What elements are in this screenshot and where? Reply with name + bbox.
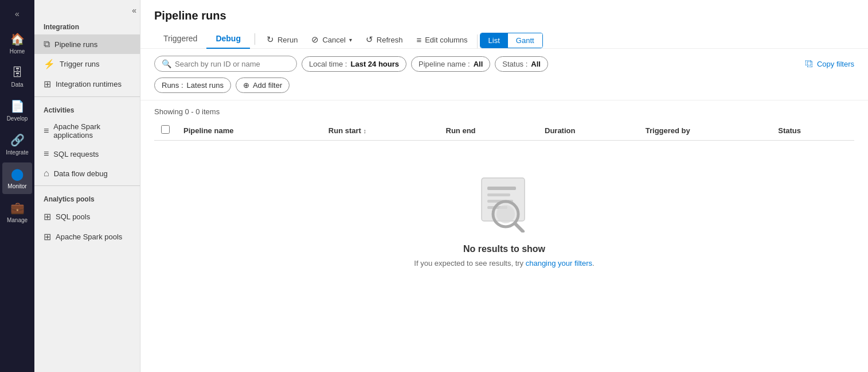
- sidebar-item-apache-spark-pools[interactable]: ⊞ Apache Spark pools: [34, 227, 140, 247]
- nav-monitor-label: Monitor: [7, 183, 26, 189]
- triggered-by-header: Triggered by: [639, 121, 772, 141]
- filters-area: 🔍 Local time : Last 24 hours Pipeline na…: [140, 49, 868, 100]
- cancel-icon: ⊘: [311, 34, 319, 45]
- home-icon: 🏠: [10, 32, 25, 46]
- develop-icon: 📄: [10, 99, 25, 113]
- nav-home-label: Home: [10, 48, 25, 55]
- page-title: Pipeline runs: [154, 9, 854, 22]
- change-filters-link[interactable]: changing your filters: [526, 259, 592, 268]
- integration-section-header: Integration: [34, 16, 140, 34]
- search-wrapper[interactable]: 🔍: [154, 56, 297, 72]
- integration-runtimes-icon: ⊞: [44, 79, 51, 90]
- sidebar-item-integrate[interactable]: 🔗 Integrate: [2, 129, 32, 160]
- sidebar-item-develop[interactable]: 📄 Develop: [2, 95, 32, 126]
- copy-filters-icon: ⿻: [806, 59, 814, 68]
- table-header-row: Pipeline name Run start ↕ Run end Durati…: [154, 121, 854, 141]
- sidebar-item-pipeline-runs[interactable]: ⧉ Pipeline runs: [34, 34, 140, 54]
- status-filter-pill[interactable]: Status : All: [495, 56, 548, 72]
- cancel-button[interactable]: ⊘ Cancel ▾: [304, 31, 358, 48]
- search-input[interactable]: [175, 60, 290, 68]
- sidebar-divider-2: [34, 185, 140, 186]
- pipeline-name-header: Pipeline name: [177, 121, 322, 141]
- sort-icon: ↕: [363, 127, 367, 134]
- runs-filter-pill[interactable]: Runs : Latest runs: [154, 78, 231, 93]
- time-filter-pill[interactable]: Local time : Last 24 hours: [302, 56, 406, 72]
- rerun-icon: ↻: [267, 34, 274, 45]
- sidebar-divider-1: [34, 96, 140, 97]
- showing-items-text: Showing 0 - 0 items: [154, 100, 854, 121]
- sidebar-item-sql-requests[interactable]: ≡ SQL requests: [34, 144, 140, 164]
- refresh-button[interactable]: ↺ Refresh: [359, 31, 410, 48]
- pipeline-filter-prefix: Pipeline name :: [419, 60, 470, 68]
- table-area: Showing 0 - 0 items Pipeline name Run st…: [140, 100, 868, 372]
- copy-filters-label: Copy filters: [817, 60, 854, 68]
- gantt-view-button[interactable]: Gantt: [508, 33, 542, 48]
- tab-debug[interactable]: Debug: [206, 29, 250, 49]
- tab-divider: [255, 33, 255, 45]
- time-filter-value: Last 24 hours: [350, 60, 399, 68]
- nav-manage-label: Manage: [7, 217, 28, 223]
- spark-pools-icon: ⊞: [44, 231, 51, 242]
- sidebar-item-trigger-runs[interactable]: ⚡ Trigger runs: [34, 54, 140, 74]
- copy-filters-button[interactable]: ⿻ Copy filters: [806, 59, 854, 68]
- sidebar-item-monitor[interactable]: ⬤ Monitor: [2, 162, 32, 194]
- list-view-button[interactable]: List: [480, 33, 508, 48]
- secondary-sidebar: « Integration ⧉ Pipeline runs ⚡ Trigger …: [34, 0, 140, 372]
- sql-requests-label: SQL requests: [53, 150, 99, 158]
- refresh-icon: ↺: [366, 34, 373, 45]
- sidebar-item-data[interactable]: 🗄 Data: [2, 61, 32, 92]
- svg-point-6: [496, 205, 515, 223]
- select-all-column[interactable]: [154, 121, 177, 141]
- sidebar-item-home[interactable]: 🏠 Home: [2, 28, 32, 59]
- integrate-icon: 🔗: [10, 133, 25, 147]
- collapse-icon-nav[interactable]: «: [0, 6, 34, 25]
- sidebar-item-data-flow-debug[interactable]: ⌂ Data flow debug: [34, 164, 140, 183]
- sidebar-item-sql-pools[interactable]: ⊞ SQL pools: [34, 207, 140, 227]
- runs-filter-prefix: Runs :: [162, 81, 183, 90]
- svg-rect-2: [487, 193, 510, 196]
- pipeline-filter-pill[interactable]: Pipeline name : All: [411, 56, 490, 72]
- edit-columns-icon: ≡: [416, 35, 421, 45]
- svg-line-7: [515, 223, 523, 231]
- search-icon: 🔍: [162, 59, 171, 68]
- trigger-runs-icon: ⚡: [44, 59, 55, 69]
- run-start-header[interactable]: Run start ↕: [322, 121, 439, 141]
- cancel-dropdown-icon[interactable]: ▾: [349, 37, 352, 43]
- tab-triggered[interactable]: Triggered: [154, 29, 206, 49]
- select-all-checkbox[interactable]: [161, 125, 170, 134]
- integration-runtimes-label: Integration runtimes: [56, 80, 122, 88]
- add-filter-button[interactable]: ⊕ Add filter: [236, 78, 290, 93]
- rerun-button[interactable]: ↻ Rerun: [260, 31, 304, 48]
- monitor-icon: ⬤: [11, 167, 24, 181]
- data-flow-debug-label: Data flow debug: [54, 169, 108, 178]
- pipeline-filter-value: All: [474, 60, 483, 68]
- edit-columns-label: Edit columns: [425, 36, 467, 44]
- empty-illustration: [470, 175, 539, 232]
- sidebar-item-manage[interactable]: 💼 Manage: [2, 196, 32, 228]
- sql-pools-label: SQL pools: [56, 212, 90, 221]
- empty-state: No results to show If you expected to se…: [154, 141, 854, 302]
- filters-row-2: Runs : Latest runs ⊕ Add filter: [154, 78, 854, 93]
- trigger-runs-label: Trigger runs: [60, 60, 100, 68]
- sidebar-item-apache-spark-applications[interactable]: ≡ Apache Spark applications: [34, 118, 140, 144]
- spark-pools-label: Apache Spark pools: [56, 232, 122, 241]
- main-content: Pipeline runs Triggered Debug ↻ Rerun ⊘ …: [140, 0, 868, 372]
- data-flow-debug-icon: ⌂: [44, 168, 49, 179]
- sql-requests-icon: ≡: [44, 149, 49, 159]
- data-icon: 🗄: [11, 66, 23, 79]
- nav-develop-label: Develop: [7, 115, 28, 122]
- time-filter-prefix: Local time :: [309, 60, 347, 68]
- rerun-label: Rerun: [277, 36, 298, 44]
- sidebar-item-integration-runtimes[interactable]: ⊞ Integration runtimes: [34, 74, 140, 94]
- svg-rect-1: [487, 187, 516, 190]
- edit-columns-button[interactable]: ≡ Edit columns: [409, 32, 474, 48]
- status-filter-value: All: [531, 60, 541, 68]
- empty-title: No results to show: [463, 244, 545, 254]
- collapse-secondary-sidebar-btn[interactable]: «: [132, 6, 136, 15]
- pipeline-runs-label: Pipeline runs: [54, 40, 97, 49]
- status-filter-prefix: Status :: [502, 60, 527, 68]
- cancel-label: Cancel: [322, 36, 345, 44]
- status-header: Status: [771, 121, 854, 141]
- view-toggle: List Gantt: [480, 33, 543, 48]
- analytics-pools-section-header: Analytics pools: [34, 188, 140, 207]
